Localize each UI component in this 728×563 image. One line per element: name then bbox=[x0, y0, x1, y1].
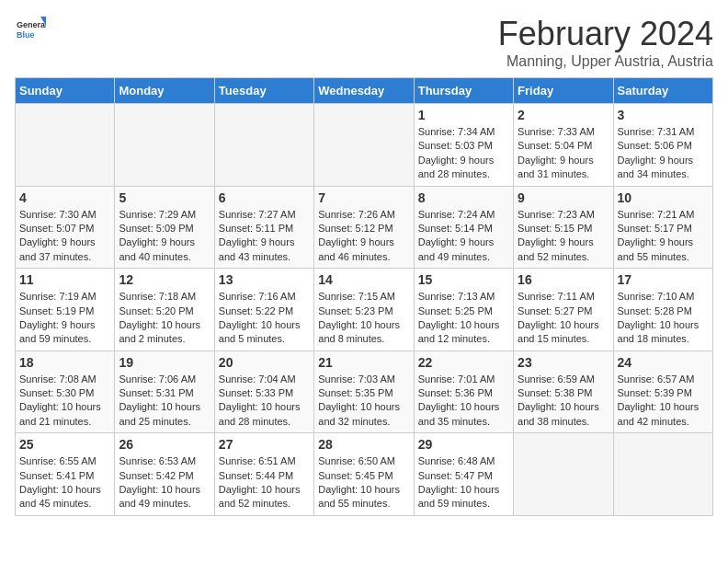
table-row: 25Sunrise: 6:55 AMSunset: 5:41 PMDayligh… bbox=[16, 433, 115, 516]
day-detail: Sunrise: 7:29 AMSunset: 5:09 PMDaylight:… bbox=[119, 208, 210, 265]
day-detail: Sunrise: 7:16 AMSunset: 5:22 PMDaylight:… bbox=[219, 290, 310, 347]
table-row bbox=[314, 104, 414, 187]
day-number: 1 bbox=[418, 108, 509, 122]
day-number: 18 bbox=[19, 355, 110, 370]
day-detail: Sunrise: 6:51 AMSunset: 5:44 PMDaylight:… bbox=[219, 454, 310, 511]
day-number: 23 bbox=[518, 355, 609, 370]
day-number: 6 bbox=[219, 190, 310, 205]
logo-icon: General Blue bbox=[15, 15, 46, 46]
table-row: 6Sunrise: 7:27 AMSunset: 5:11 PMDaylight… bbox=[214, 186, 313, 269]
table-row: 7Sunrise: 7:26 AMSunset: 5:12 PMDaylight… bbox=[314, 186, 414, 269]
day-number: 3 bbox=[618, 108, 709, 122]
day-detail: Sunrise: 7:18 AMSunset: 5:20 PMDaylight:… bbox=[119, 290, 210, 347]
table-row: 24Sunrise: 6:57 AMSunset: 5:39 PMDayligh… bbox=[613, 350, 712, 433]
table-row: 19Sunrise: 7:06 AMSunset: 5:31 PMDayligh… bbox=[115, 350, 214, 433]
day-number: 26 bbox=[119, 437, 210, 452]
table-row bbox=[16, 104, 115, 187]
day-number: 12 bbox=[119, 272, 210, 287]
day-detail: Sunrise: 7:30 AMSunset: 5:07 PMDaylight:… bbox=[19, 208, 110, 265]
day-number: 4 bbox=[19, 190, 110, 205]
day-number: 16 bbox=[518, 272, 609, 287]
day-number: 14 bbox=[318, 272, 409, 287]
day-detail: Sunrise: 7:33 AMSunset: 5:04 PMDaylight:… bbox=[518, 125, 609, 182]
day-detail: Sunrise: 7:31 AMSunset: 5:06 PMDaylight:… bbox=[618, 125, 709, 182]
day-number: 15 bbox=[418, 272, 509, 287]
page-header: General Blue February 2024 Manning, Uppe… bbox=[15, 15, 713, 70]
day-detail: Sunrise: 6:53 AMSunset: 5:42 PMDaylight:… bbox=[119, 454, 210, 511]
day-detail: Sunrise: 7:06 AMSunset: 5:31 PMDaylight:… bbox=[119, 373, 210, 430]
day-detail: Sunrise: 7:11 AMSunset: 5:27 PMDaylight:… bbox=[518, 290, 609, 347]
table-row: 2Sunrise: 7:33 AMSunset: 5:04 PMDaylight… bbox=[514, 104, 613, 187]
day-detail: Sunrise: 6:59 AMSunset: 5:38 PMDaylight:… bbox=[518, 373, 609, 430]
day-detail: Sunrise: 7:21 AMSunset: 5:17 PMDaylight:… bbox=[618, 208, 709, 265]
svg-text:General: General bbox=[17, 20, 46, 29]
table-row: 8Sunrise: 7:24 AMSunset: 5:14 PMDaylight… bbox=[414, 186, 513, 269]
location-subtitle: Manning, Upper Austria, Austria bbox=[498, 53, 713, 70]
table-row: 23Sunrise: 6:59 AMSunset: 5:38 PMDayligh… bbox=[514, 350, 613, 433]
table-row: 18Sunrise: 7:08 AMSunset: 5:30 PMDayligh… bbox=[16, 350, 115, 433]
day-number: 17 bbox=[618, 272, 709, 287]
table-row: 4Sunrise: 7:30 AMSunset: 5:07 PMDaylight… bbox=[16, 186, 115, 269]
day-detail: Sunrise: 6:55 AMSunset: 5:41 PMDaylight:… bbox=[19, 454, 110, 511]
logo: General Blue bbox=[15, 15, 46, 46]
day-detail: Sunrise: 7:01 AMSunset: 5:36 PMDaylight:… bbox=[418, 373, 509, 430]
table-row: 22Sunrise: 7:01 AMSunset: 5:36 PMDayligh… bbox=[414, 350, 513, 433]
day-number: 22 bbox=[418, 355, 509, 370]
day-number: 9 bbox=[518, 190, 609, 205]
calendar-week-row: 18Sunrise: 7:08 AMSunset: 5:30 PMDayligh… bbox=[16, 350, 713, 433]
day-detail: Sunrise: 6:57 AMSunset: 5:39 PMDaylight:… bbox=[618, 373, 709, 430]
day-number: 10 bbox=[618, 190, 709, 205]
day-number: 27 bbox=[219, 437, 310, 452]
table-row: 20Sunrise: 7:04 AMSunset: 5:33 PMDayligh… bbox=[214, 350, 313, 433]
day-number: 21 bbox=[318, 355, 409, 370]
table-row bbox=[514, 433, 613, 516]
table-row: 10Sunrise: 7:21 AMSunset: 5:17 PMDayligh… bbox=[613, 186, 712, 269]
day-number: 13 bbox=[219, 272, 310, 287]
svg-text:Blue: Blue bbox=[17, 30, 35, 40]
day-detail: Sunrise: 6:48 AMSunset: 5:47 PMDaylight:… bbox=[418, 454, 509, 511]
table-row bbox=[613, 433, 712, 516]
calendar-week-row: 25Sunrise: 6:55 AMSunset: 5:41 PMDayligh… bbox=[16, 433, 713, 516]
calendar-week-row: 11Sunrise: 7:19 AMSunset: 5:19 PMDayligh… bbox=[16, 269, 713, 351]
day-detail: Sunrise: 7:13 AMSunset: 5:25 PMDaylight:… bbox=[418, 290, 509, 347]
table-row: 14Sunrise: 7:15 AMSunset: 5:23 PMDayligh… bbox=[314, 269, 414, 351]
table-row: 17Sunrise: 7:10 AMSunset: 5:28 PMDayligh… bbox=[613, 269, 712, 351]
table-row: 27Sunrise: 6:51 AMSunset: 5:44 PMDayligh… bbox=[214, 433, 313, 516]
col-wednesday: Wednesday bbox=[314, 78, 414, 104]
day-detail: Sunrise: 7:24 AMSunset: 5:14 PMDaylight:… bbox=[418, 208, 509, 265]
day-number: 20 bbox=[219, 355, 310, 370]
day-number: 11 bbox=[19, 272, 110, 287]
day-number: 29 bbox=[418, 437, 509, 452]
table-row bbox=[115, 104, 214, 187]
day-detail: Sunrise: 7:03 AMSunset: 5:35 PMDaylight:… bbox=[318, 373, 409, 430]
table-row: 16Sunrise: 7:11 AMSunset: 5:27 PMDayligh… bbox=[514, 269, 613, 351]
day-number: 5 bbox=[119, 190, 210, 205]
day-number: 7 bbox=[318, 190, 409, 205]
day-detail: Sunrise: 7:34 AMSunset: 5:03 PMDaylight:… bbox=[418, 125, 509, 182]
day-detail: Sunrise: 7:26 AMSunset: 5:12 PMDaylight:… bbox=[318, 208, 409, 265]
calendar-week-row: 4Sunrise: 7:30 AMSunset: 5:07 PMDaylight… bbox=[16, 186, 713, 269]
table-row: 28Sunrise: 6:50 AMSunset: 5:45 PMDayligh… bbox=[314, 433, 414, 516]
day-detail: Sunrise: 7:19 AMSunset: 5:19 PMDaylight:… bbox=[19, 290, 110, 347]
day-detail: Sunrise: 7:15 AMSunset: 5:23 PMDaylight:… bbox=[318, 290, 409, 347]
day-detail: Sunrise: 6:50 AMSunset: 5:45 PMDaylight:… bbox=[318, 454, 409, 511]
col-sunday: Sunday bbox=[16, 78, 115, 104]
table-row bbox=[214, 104, 313, 187]
day-number: 2 bbox=[518, 108, 609, 122]
day-number: 25 bbox=[19, 437, 110, 452]
table-row: 29Sunrise: 6:48 AMSunset: 5:47 PMDayligh… bbox=[414, 433, 513, 516]
day-detail: Sunrise: 7:10 AMSunset: 5:28 PMDaylight:… bbox=[618, 290, 709, 347]
day-number: 28 bbox=[318, 437, 409, 452]
day-detail: Sunrise: 7:23 AMSunset: 5:15 PMDaylight:… bbox=[518, 208, 609, 265]
table-row: 21Sunrise: 7:03 AMSunset: 5:35 PMDayligh… bbox=[314, 350, 414, 433]
calendar-header-row: Sunday Monday Tuesday Wednesday Thursday… bbox=[16, 78, 713, 104]
table-row: 11Sunrise: 7:19 AMSunset: 5:19 PMDayligh… bbox=[16, 269, 115, 351]
day-detail: Sunrise: 7:27 AMSunset: 5:11 PMDaylight:… bbox=[219, 208, 310, 265]
calendar-table: Sunday Monday Tuesday Wednesday Thursday… bbox=[15, 77, 713, 516]
table-row: 9Sunrise: 7:23 AMSunset: 5:15 PMDaylight… bbox=[514, 186, 613, 269]
day-number: 8 bbox=[418, 190, 509, 205]
calendar-week-row: 1Sunrise: 7:34 AMSunset: 5:03 PMDaylight… bbox=[16, 104, 713, 187]
table-row: 26Sunrise: 6:53 AMSunset: 5:42 PMDayligh… bbox=[115, 433, 214, 516]
title-area: February 2024 Manning, Upper Austria, Au… bbox=[498, 15, 713, 70]
table-row: 1Sunrise: 7:34 AMSunset: 5:03 PMDaylight… bbox=[414, 104, 513, 187]
